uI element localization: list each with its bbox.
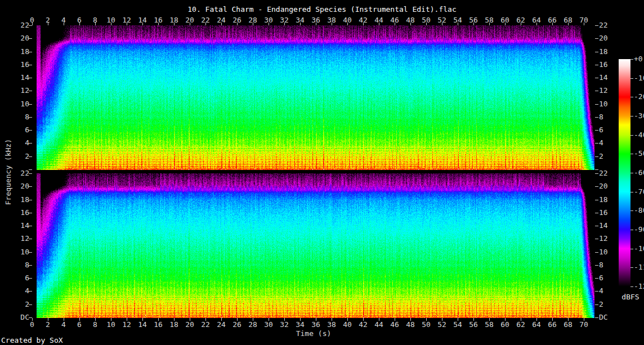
time-tick-label: 50 xyxy=(418,16,435,24)
colorbar-tick-label: -50 xyxy=(634,150,644,158)
freq-tick-label: 18 xyxy=(599,196,624,204)
time-tick-label: 50 xyxy=(418,321,435,329)
colorbar-tick-label: -30 xyxy=(634,112,644,120)
time-tick-label: 68 xyxy=(560,16,576,24)
freq-tick xyxy=(595,265,598,266)
time-tick-label: 52 xyxy=(433,321,450,329)
time-tick-label: 8 xyxy=(87,321,104,329)
time-tick-label: 2 xyxy=(39,321,56,329)
time-tick-label: 18 xyxy=(166,16,182,24)
time-tick-label: 56 xyxy=(465,16,482,24)
colorbar-tick xyxy=(630,267,633,268)
spectrogram-top-channel xyxy=(32,25,595,170)
time-tick-label: 10 xyxy=(102,16,119,24)
freq-tick-label: 8 xyxy=(599,113,624,121)
freq-tick xyxy=(595,213,598,213)
freq-tick-label: 16 xyxy=(599,209,624,217)
freq-tick xyxy=(595,186,598,187)
time-tick-label: 70 xyxy=(575,321,592,329)
freq-tick xyxy=(595,52,598,52)
time-tick-label: 62 xyxy=(512,16,529,24)
freq-tick xyxy=(595,291,598,292)
page-title: 10. Fatal Charm - Endangered Species (In… xyxy=(0,5,644,14)
freq-tick xyxy=(595,278,598,279)
time-tick-label: 24 xyxy=(213,16,230,24)
freq-tick xyxy=(595,169,598,170)
time-tick-label: 20 xyxy=(181,321,198,329)
time-tick-label: 48 xyxy=(402,16,419,24)
time-tick-label: 48 xyxy=(402,321,419,329)
freq-tick-label: 10 xyxy=(599,100,624,108)
freq-tick-label: 2 xyxy=(5,301,29,308)
colorbar-tick xyxy=(630,59,633,60)
freq-tick-label: 2 xyxy=(599,153,624,160)
dc-label: DC xyxy=(599,313,624,321)
time-tick-label: 64 xyxy=(528,16,545,24)
time-tick-label: 52 xyxy=(433,16,450,24)
freq-tick xyxy=(595,252,598,253)
freq-tick-label: 20 xyxy=(5,34,29,42)
colorbar-tick xyxy=(630,249,633,249)
freq-tick-label: 16 xyxy=(5,61,29,69)
time-tick-label: 18 xyxy=(166,321,182,329)
colorbar-tick-label: -70 xyxy=(634,188,644,196)
time-tick-label: 10 xyxy=(102,321,119,329)
time-tick-label: 44 xyxy=(370,321,387,329)
time-tick-label: 14 xyxy=(134,321,151,329)
freq-tick-label: 20 xyxy=(5,182,29,190)
time-tick-label: 0 xyxy=(24,321,41,329)
colorbar-tick-label: -20 xyxy=(634,93,644,101)
time-tick-label: 62 xyxy=(512,321,529,329)
freq-tick-label: 4 xyxy=(5,139,29,147)
colorbar-tick xyxy=(630,154,633,154)
freq-tick xyxy=(595,226,598,226)
freq-tick-label: 14 xyxy=(599,222,624,230)
freq-tick-label: 14 xyxy=(599,74,624,82)
sox-credit: Created by SoX xyxy=(1,336,63,344)
time-tick-label: 16 xyxy=(150,16,167,24)
colorbar-tick-label: -40 xyxy=(634,131,644,139)
time-tick-label: 42 xyxy=(355,321,372,329)
time-tick-label: 54 xyxy=(449,16,466,24)
time-tick-label: 4 xyxy=(55,321,72,329)
freq-tick-label: 4 xyxy=(599,139,624,147)
colorbar-tick-label: -110 xyxy=(634,263,644,271)
freq-tick-label: 12 xyxy=(5,235,29,243)
freq-tick-label: 4 xyxy=(599,287,624,295)
colorbar-tick-label: -80 xyxy=(634,207,644,214)
time-tick-label: 66 xyxy=(544,16,561,24)
freq-tick-label: 6 xyxy=(5,126,29,134)
freq-tick xyxy=(595,104,598,105)
freq-tick xyxy=(595,117,598,118)
colorbar-tick-label: +0 xyxy=(634,55,644,63)
freq-tick-label: 22 xyxy=(5,169,29,177)
freq-tick-label: 10 xyxy=(599,248,624,256)
time-tick-label: 64 xyxy=(528,321,545,329)
freq-tick-label: 6 xyxy=(599,274,624,282)
freq-tick xyxy=(595,156,598,157)
colorbar-tick xyxy=(630,192,633,192)
freq-tick-label: 20 xyxy=(599,182,624,190)
colorbar-tick xyxy=(630,286,633,287)
time-tick-label: 38 xyxy=(323,321,340,329)
freq-tick-label: 18 xyxy=(599,48,624,56)
time-tick-label: 46 xyxy=(386,16,403,24)
freq-tick-label: 4 xyxy=(5,287,29,295)
colorbar-tick xyxy=(630,210,633,211)
time-tick-label: 42 xyxy=(355,16,372,24)
freq-tick-label: 6 xyxy=(5,274,29,282)
freq-tick xyxy=(595,173,598,174)
time-tick-label: 32 xyxy=(276,16,293,24)
colorbar-tick xyxy=(630,135,633,136)
spectrogram-bottom-channel xyxy=(32,173,595,318)
time-tick-label: 32 xyxy=(276,321,293,329)
colorbar-tick xyxy=(630,78,633,79)
time-tick-label: 2 xyxy=(39,16,56,24)
freq-tick-label: 8 xyxy=(5,261,29,269)
time-tick-label: 6 xyxy=(71,16,88,24)
colorbar-tick-label: -60 xyxy=(634,169,644,177)
time-tick-label: 4 xyxy=(55,16,72,24)
sox-spectrogram-window: 10. Fatal Charm - Endangered Species (In… xyxy=(0,0,644,345)
freq-tick-label: 12 xyxy=(599,235,624,243)
freq-tick xyxy=(595,78,598,78)
